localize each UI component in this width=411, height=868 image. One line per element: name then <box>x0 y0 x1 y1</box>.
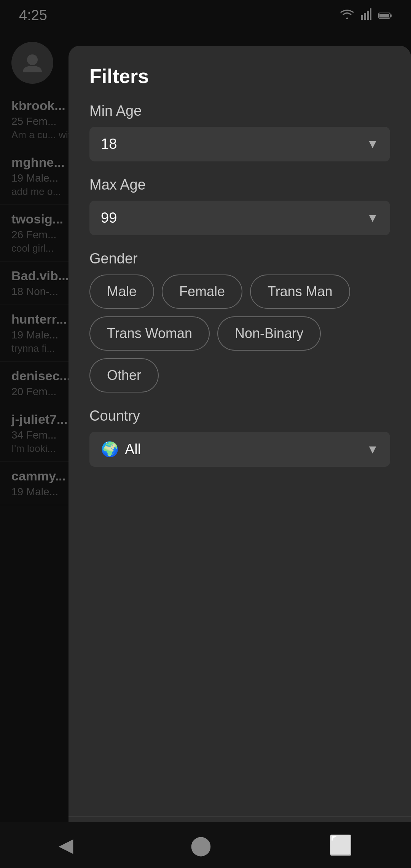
filter-panel: Filters Min Age 18 ▼ Max Age 99 ▼ Gender… <box>68 46 411 868</box>
gender-non-binary-button[interactable]: Non-Binary <box>217 316 321 351</box>
back-button[interactable]: ◀ <box>59 834 73 856</box>
country-dropdown[interactable]: 🌍 All ▼ <box>89 432 390 467</box>
min-age-dropdown[interactable]: 18 ▼ <box>89 127 390 161</box>
country-label: Country <box>89 408 390 424</box>
chevron-down-icon: ▼ <box>366 442 379 456</box>
globe-icon: 🌍 <box>101 441 119 458</box>
gender-buttons: Male Female Trans Man Trans Woman Non-Bi… <box>89 274 390 393</box>
nav-bar: ◀ ⬤ ⬜ <box>0 822 411 868</box>
chevron-down-icon: ▼ <box>366 137 379 151</box>
country-text: All <box>125 441 141 458</box>
max-age-value: 99 <box>101 210 117 226</box>
gender-trans-woman-button[interactable]: Trans Woman <box>89 316 210 351</box>
min-age-value: 18 <box>101 136 117 152</box>
gender-section: Gender Male Female Trans Man Trans Woman… <box>89 251 390 393</box>
panel-title: Filters <box>89 65 390 88</box>
gender-label: Gender <box>89 251 390 267</box>
country-section: Country 🌍 All ▼ <box>89 408 390 467</box>
gender-other-button[interactable]: Other <box>89 358 159 393</box>
gender-male-button[interactable]: Male <box>89 274 154 309</box>
home-button[interactable]: ⬤ <box>190 834 212 856</box>
chevron-down-icon: ▼ <box>366 211 379 225</box>
recents-button[interactable]: ⬜ <box>329 834 352 856</box>
gender-female-button[interactable]: Female <box>162 274 242 309</box>
panel-content: Filters Min Age 18 ▼ Max Age 99 ▼ Gender… <box>68 46 411 816</box>
gender-trans-man-button[interactable]: Trans Man <box>250 274 350 309</box>
country-value: 🌍 All <box>101 441 141 458</box>
min-age-label: Min Age <box>89 103 390 119</box>
max-age-label: Max Age <box>89 177 390 193</box>
max-age-dropdown[interactable]: 99 ▼ <box>89 201 390 235</box>
